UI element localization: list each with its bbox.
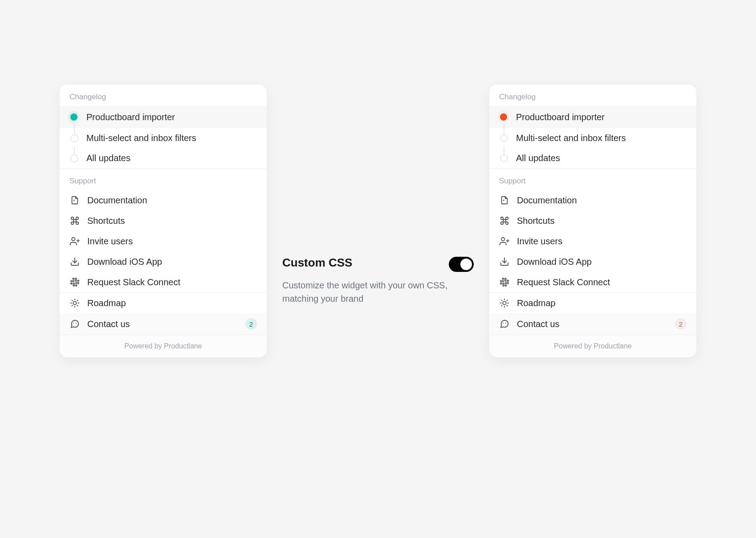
support-item[interactable]: Download iOS App (489, 251, 696, 272)
support-item-label: Invite users (517, 236, 687, 247)
footer-item-label: Roadmap (87, 298, 257, 308)
user-plus-icon (499, 236, 510, 247)
changelog-label: Changelog (489, 85, 696, 106)
badge-count: 2 (245, 318, 257, 330)
status-dot (499, 154, 509, 162)
footer-list: Roadmap Contact us 2 (489, 293, 696, 335)
file-icon (69, 195, 80, 206)
changelog-item[interactable]: Productboard importer (489, 106, 696, 128)
custom-css-toggle[interactable] (449, 257, 474, 272)
support-item[interactable]: Shortcuts (489, 210, 696, 231)
download-icon (69, 256, 80, 267)
support-item[interactable]: Request Slack Connect (489, 272, 696, 292)
widget-right: Changelog Productboard importer Multi-se… (489, 85, 696, 357)
support-item-label: Documentation (87, 195, 257, 206)
widget-left: Changelog Productboard importer Multi-se… (60, 85, 267, 357)
changelog-item-label: Productboard importer (516, 112, 687, 122)
support-item-label: Request Slack Connect (517, 277, 687, 287)
slack-icon (499, 277, 510, 287)
command-icon (69, 215, 80, 226)
center-description: Customize the widget with your own CSS, … (282, 279, 474, 305)
support-item[interactable]: Shortcuts (60, 210, 267, 231)
changelog-list: Productboard importer Multi-select and i… (60, 106, 267, 168)
roadmap-item[interactable]: Roadmap (60, 293, 267, 313)
sun-icon (499, 298, 510, 308)
changelog-item[interactable]: All updates (489, 148, 696, 168)
download-icon (499, 256, 510, 267)
footer-item-label: Roadmap (517, 298, 687, 308)
support-item-label: Documentation (517, 195, 687, 206)
support-item-label: Download iOS App (87, 257, 257, 267)
support-label: Support (60, 169, 267, 190)
toggle-knob (460, 259, 472, 270)
sun-icon (69, 298, 80, 308)
status-dot (499, 134, 509, 142)
footer-item-label: Contact us (517, 319, 668, 329)
changelog-list: Productboard importer Multi-select and i… (489, 106, 696, 168)
support-list: Documentation Shortcuts Invite users Dow… (489, 190, 696, 292)
changelog-item[interactable]: All updates (60, 148, 267, 168)
changelog-item-label: Productboard importer (86, 112, 257, 122)
support-item[interactable]: Documentation (60, 190, 267, 210)
changelog-item-label: All updates (516, 153, 687, 163)
changelog-label: Changelog (60, 85, 267, 106)
footer-item-label: Contact us (87, 319, 238, 329)
badge-count: 2 (675, 318, 687, 330)
support-item-label: Request Slack Connect (87, 277, 257, 287)
support-item[interactable]: Invite users (60, 231, 267, 251)
support-item-label: Invite users (87, 236, 257, 247)
center-title: Custom CSS (282, 256, 352, 270)
support-label: Support (489, 169, 696, 190)
status-dot (69, 111, 79, 123)
roadmap-item[interactable]: Roadmap (489, 293, 696, 313)
changelog-item[interactable]: Multi-select and inbox filters (60, 128, 267, 148)
support-item-label: Shortcuts (517, 216, 687, 226)
status-dot (69, 154, 79, 162)
changelog-item[interactable]: Multi-select and inbox filters (489, 128, 696, 148)
chat-icon (499, 319, 510, 329)
powered-by: Powered by Productlane (489, 335, 696, 357)
support-item[interactable]: Download iOS App (60, 251, 267, 272)
slack-icon (69, 277, 80, 287)
support-list: Documentation Shortcuts Invite users Dow… (60, 190, 267, 292)
footer-list: Roadmap Contact us 2 (60, 293, 267, 335)
file-icon (499, 195, 510, 206)
support-item[interactable]: Request Slack Connect (60, 272, 267, 292)
changelog-item-label: All updates (86, 153, 257, 163)
status-dot (499, 111, 509, 123)
contact-us-item[interactable]: Contact us 2 (489, 313, 696, 335)
powered-by: Powered by Productlane (60, 335, 267, 357)
support-item[interactable]: Documentation (489, 190, 696, 210)
user-plus-icon (69, 236, 80, 247)
support-item-label: Download iOS App (517, 257, 687, 267)
support-item[interactable]: Invite users (489, 231, 696, 251)
chat-icon (69, 319, 80, 329)
changelog-item-label: Multi-select and inbox filters (516, 133, 687, 143)
changelog-item[interactable]: Productboard importer (60, 106, 267, 128)
command-icon (499, 215, 510, 226)
status-dot (69, 134, 79, 142)
changelog-item-label: Multi-select and inbox filters (86, 133, 257, 143)
contact-us-item[interactable]: Contact us 2 (60, 313, 267, 335)
center-column: Custom CSS Customize the widget with you… (282, 85, 474, 305)
support-item-label: Shortcuts (87, 216, 257, 226)
